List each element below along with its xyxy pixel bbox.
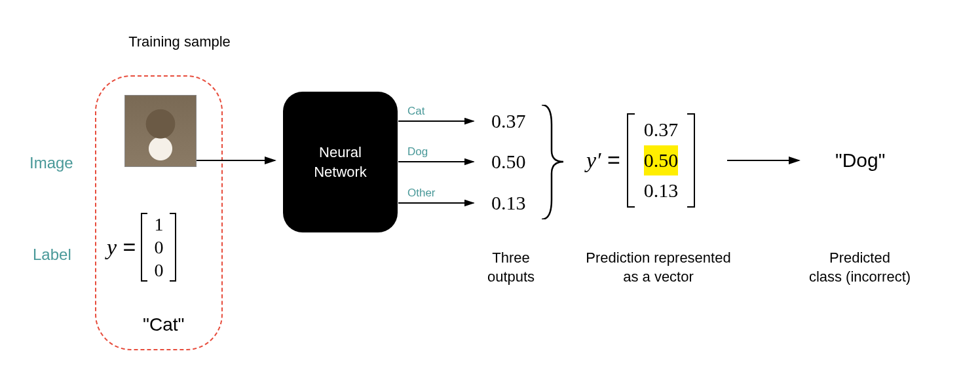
pred-vector-caption: Prediction representedas a vector	[573, 249, 744, 286]
y-pred-value: 0.13	[644, 175, 679, 206]
left-bracket-icon	[627, 113, 635, 208]
output-class-label: Dog	[407, 145, 428, 158]
output-value: 0.13	[491, 192, 526, 214]
right-bracket-icon	[687, 113, 695, 208]
output-class-label: Other	[407, 187, 436, 200]
pred-class-caption: Predictedclass (incorrect)	[789, 249, 930, 286]
neural-network-box: NeuralNetwork	[283, 92, 398, 232]
y-true-value: 0	[154, 236, 163, 259]
y-true-var: y	[107, 235, 117, 259]
arrow-to-predicted	[727, 154, 809, 167]
sample-image	[124, 95, 197, 167]
y-true-value: 0	[154, 259, 163, 282]
image-label: Image	[29, 154, 73, 172]
label-label: Label	[33, 246, 71, 264]
predicted-class: "Dog"	[835, 149, 885, 172]
y-pred-eq-sign: =	[607, 147, 620, 172]
right-brace-icon	[538, 105, 568, 219]
y-true-equation: y = 1 0 0	[107, 213, 176, 282]
left-bracket-icon	[141, 213, 147, 282]
right-bracket-icon	[170, 213, 176, 282]
y-true-value: 1	[154, 213, 163, 236]
neural-network-label: NeuralNetwork	[314, 143, 367, 181]
y-true-values: 1 0 0	[153, 213, 164, 282]
y-true-class: "Cat"	[143, 314, 184, 335]
output-value: 0.37	[491, 110, 526, 132]
arrow-image-to-nn	[197, 154, 285, 167]
y-pred-value-highlighted: 0.50	[644, 145, 679, 176]
three-outputs-caption: Threeoutputs	[468, 249, 554, 286]
y-pred-value: 0.37	[644, 115, 679, 145]
output-class-label: Cat	[407, 105, 424, 118]
y-pred-var: y′	[586, 148, 601, 172]
y-pred-values: 0.37 0.50 0.13	[641, 113, 681, 208]
output-value: 0.50	[491, 151, 526, 173]
y-pred-equation: y′ = 0.37 0.50 0.13	[586, 113, 695, 208]
y-true-eq-sign: =	[123, 234, 136, 259]
training-sample-label: Training sample	[121, 33, 238, 52]
